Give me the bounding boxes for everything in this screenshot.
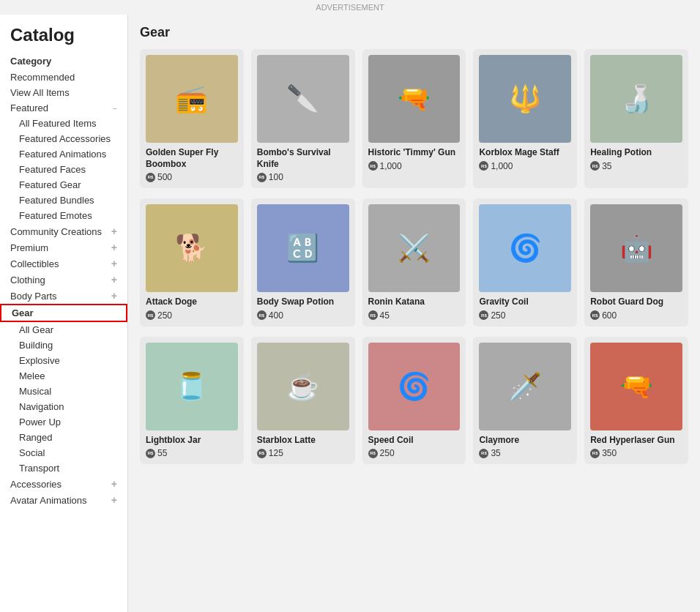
item-card[interactable]: 🍶Healing Potion35 [584,49,688,188]
item-card[interactable]: 🔪Bombo's Survival Knife100 [251,49,355,188]
sidebar-item-featured-bundles[interactable]: Featured Bundles [0,193,127,208]
sidebar-item-clothing[interactable]: Clothing+ [0,272,127,288]
price-value: 1,000 [491,161,513,171]
sidebar-item-label: Community Creations [10,226,102,237]
item-name: Historic 'Timmy' Gun [368,147,456,159]
item-card[interactable]: ⚔️Ronin Katana45 [362,198,466,326]
item-name: Lightblox Jar [146,435,201,447]
sidebar-item-label: Building [19,340,53,351]
sidebar-item-avatar-animations[interactable]: Avatar Animations+ [0,492,127,508]
sidebar-item-melee[interactable]: Melee [0,368,127,384]
item-card[interactable]: 🤖Robot Guard Dog600 [584,198,688,326]
price-value: 350 [602,448,617,458]
sidebar-item-featured-faces[interactable]: Featured Faces [0,162,127,177]
sidebar-item-label: Ranged [19,432,53,443]
sidebar-item-label: Clothing [10,275,45,286]
price-value: 55 [157,448,167,458]
advertisement-bar: ADVERTISEMENT [0,0,700,15]
item-card[interactable]: 🔱Korblox Mage Staff1,000 [473,49,577,188]
item-thumbnail: 🫙 [146,343,238,430]
item-thumbnail: ☕ [257,343,349,430]
sidebar-item-label: Transport [19,463,59,474]
item-card[interactable]: 🔫Red Hyperlaser Gun350 [584,337,688,465]
price-value: 500 [157,172,172,182]
robux-icon [257,310,267,320]
plus-icon: + [111,274,117,286]
item-price: 350 [590,448,617,458]
page-title: Catalog [0,22,127,53]
sidebar-item-explosive[interactable]: Explosive [0,353,127,368]
robux-icon [368,161,378,171]
sidebar-item-featured-gear[interactable]: Featured Gear [0,177,127,193]
item-card[interactable]: 🌀Gravity Coil250 [473,198,577,326]
item-name: Korblox Mage Staff [479,147,559,159]
sidebar-item-building[interactable]: Building [0,337,127,353]
sidebar-item-all-gear[interactable]: All Gear [0,322,127,337]
sidebar-item-featured-accessories[interactable]: Featured Accessories [0,131,127,146]
sidebar-item-body-parts[interactable]: Body Parts+ [0,288,127,304]
item-price: 250 [146,310,172,321]
sidebar-item-label: Recommended [10,72,75,83]
sidebar-item-recommended[interactable]: Recommended [0,70,127,85]
minus-icon: − [113,104,117,113]
item-price: 500 [146,172,172,182]
sidebar-item-featured-emotes[interactable]: Featured Emotes [0,208,127,223]
sidebar-item-gear[interactable]: Gear [0,304,127,322]
sidebar-item-musical[interactable]: Musical [0,384,127,399]
plus-icon: + [111,290,117,302]
sidebar-item-transport[interactable]: Transport [0,460,127,476]
item-price: 1,000 [479,161,513,171]
item-thumbnail: 🐕 [146,204,238,292]
item-price: 250 [368,448,395,458]
sidebar-item-featured[interactable]: Featured− [0,100,127,116]
item-name: Robot Guard Dog [590,296,663,308]
sidebar: Catalog Category RecommendedView All Ite… [0,15,128,612]
items-row-0: 📻Golden Super Fly Boombox500🔪Bombo's Sur… [140,49,688,188]
sidebar-item-community-creations[interactable]: Community Creations+ [0,223,127,239]
sidebar-item-label: Accessories [10,479,62,490]
price-value: 250 [157,310,172,321]
price-value: 125 [269,448,283,458]
item-name: Starblox Latte [257,435,316,447]
item-card[interactable]: 🐕Attack Doge250 [140,198,244,326]
item-thumbnail: 🤖 [590,204,682,292]
item-name: Body Swap Potion [257,296,334,308]
sidebar-item-ranged[interactable]: Ranged [0,430,127,445]
robux-icon [479,161,488,171]
sidebar-item-accessories[interactable]: Accessories+ [0,476,127,492]
sidebar-item-label: Collectibles [10,258,59,269]
item-card[interactable]: 🔫Historic 'Timmy' Gun1,000 [362,49,466,188]
item-name: Healing Potion [590,147,652,159]
sidebar-item-label: Avatar Animations [10,495,87,506]
sidebar-item-label: Melee [19,370,45,381]
item-name: Attack Doge [146,296,197,308]
robux-icon [479,449,488,458]
item-thumbnail: 📻 [146,55,238,143]
sidebar-item-collectibles[interactable]: Collectibles+ [0,255,127,272]
sidebar-item-premium[interactable]: Premium+ [0,239,127,255]
item-card[interactable]: 🫙Lightblox Jar55 [140,337,244,465]
item-card[interactable]: 🌀Speed Coil250 [362,337,466,465]
item-price: 125 [257,448,283,458]
price-value: 35 [602,161,611,171]
item-thumbnail: 🍶 [590,55,682,143]
item-price: 1,000 [368,161,402,171]
item-card[interactable]: 🗡️Claymore35 [473,337,577,465]
item-thumbnail: 🌀 [368,343,461,430]
item-card[interactable]: 🔠Body Swap Potion400 [251,198,355,326]
item-price: 600 [590,310,617,321]
item-card[interactable]: 📻Golden Super Fly Boombox500 [140,49,244,188]
robux-icon [590,161,600,171]
plus-icon: + [111,478,117,490]
sidebar-item-featured-animations[interactable]: Featured Animations [0,146,127,162]
sidebar-item-power-up[interactable]: Power Up [0,414,127,430]
sidebar-item-social[interactable]: Social [0,445,127,460]
price-value: 250 [380,448,395,458]
sidebar-item-view-all[interactable]: View All Items [0,85,127,100]
item-card[interactable]: ☕Starblox Latte125 [251,337,355,465]
sidebar-item-all-featured[interactable]: All Featured Items [0,116,127,131]
robux-icon [257,173,267,182]
item-price: 100 [257,172,283,182]
sidebar-item-navigation[interactable]: Navigation [0,399,127,414]
items-row-2: 🫙Lightblox Jar55☕Starblox Latte125🌀Speed… [140,337,688,465]
